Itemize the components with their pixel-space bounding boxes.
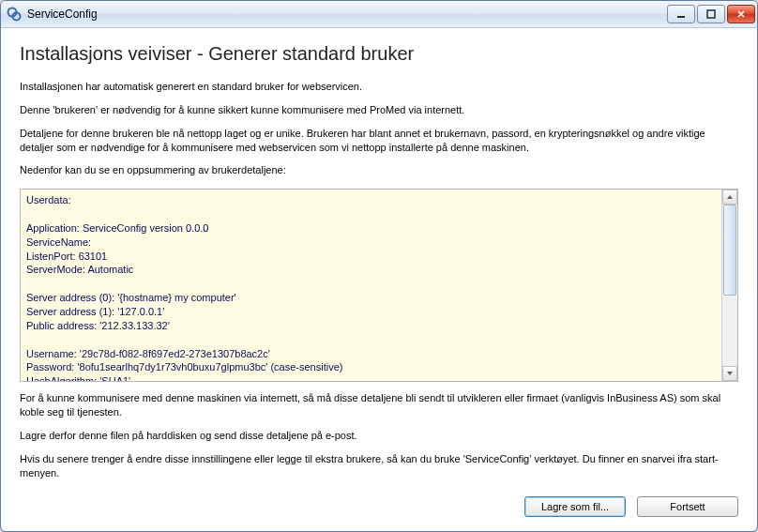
- svg-marker-7: [727, 372, 733, 375]
- svg-rect-2: [677, 16, 685, 18]
- titlebar[interactable]: ServiceConfig: [1, 1, 757, 28]
- close-icon: [736, 9, 746, 19]
- continue-button[interactable]: Fortsett: [637, 496, 738, 517]
- page-title: Installasjons veiviser - Generer standar…: [20, 43, 738, 65]
- scroll-down-button[interactable]: [722, 366, 737, 381]
- svg-rect-3: [707, 10, 715, 18]
- details-publicaddress: Public address: '212.33.133.32': [26, 319, 717, 333]
- details-username: Username: '29c78d-f082-8f697ed2-273e1307…: [26, 347, 717, 361]
- details-serveraddress0: Server address (0): '{hostname} my compu…: [26, 291, 717, 305]
- chevron-up-icon: [726, 193, 734, 201]
- chevron-down-icon: [726, 370, 734, 377]
- save-as-file-button[interactable]: Lagre som fil...: [524, 496, 626, 517]
- svg-marker-6: [727, 195, 733, 199]
- window-title: ServiceConfig: [27, 8, 667, 21]
- user-details-panel: Userdata: Application: ServiceConfig ver…: [20, 189, 738, 382]
- details-listenport: ListenPort: 63101: [26, 250, 717, 264]
- intro-paragraph-1: Installasjonen har automatisk generert e…: [20, 80, 738, 94]
- app-icon: [7, 7, 22, 22]
- intro-paragraph-4: Nedenfor kan du se en oppsummering av br…: [20, 163, 738, 177]
- scrollbar[interactable]: [721, 190, 737, 381]
- intro-paragraph-2: Denne 'brukeren' er nødvendig for å kunn…: [20, 103, 738, 117]
- details-application: Application: ServiceConfig version 0.0.0: [26, 221, 717, 236]
- scroll-up-button[interactable]: [722, 190, 737, 205]
- details-servicename: ServiceName:: [26, 236, 717, 250]
- maximize-button[interactable]: [697, 5, 725, 23]
- details-servermode: ServerMode: Automatic: [26, 263, 717, 277]
- close-button[interactable]: [727, 5, 755, 23]
- intro-paragraph-3: Detaljene for denne brukeren ble nå nett…: [20, 127, 738, 155]
- scrollbar-track[interactable]: [722, 205, 737, 366]
- outro-paragraph-1: For å kunne kommunisere med denne maskin…: [20, 391, 738, 419]
- minimize-button[interactable]: [667, 5, 695, 23]
- details-hashalgorithm: HashAlgorithm: 'SHA1': [26, 374, 717, 381]
- user-details-text[interactable]: Userdata: Application: ServiceConfig ver…: [21, 190, 722, 381]
- window-controls: [667, 5, 755, 23]
- content-area: Installasjons veiviser - Generer standar…: [1, 28, 757, 531]
- outro-paragraph-2: Lagre derfor denne filen på harddisken o…: [20, 429, 738, 443]
- maximize-icon: [706, 9, 716, 19]
- scrollbar-thumb[interactable]: [723, 205, 736, 296]
- details-password: Password: '8ofu1searlhq7dy1r73vh0buxu7gl…: [26, 360, 717, 374]
- details-header: Userdata:: [26, 193, 717, 207]
- app-window: ServiceConfig Installasjons veiviser - G…: [0, 0, 758, 532]
- outro-paragraph-3: Hvis du senere trenger å endre disse inn…: [20, 452, 738, 480]
- minimize-icon: [676, 9, 686, 19]
- button-bar: Lagre som fil... Fortsett: [20, 489, 738, 517]
- details-serveraddress1: Server address (1): '127.0.0.1': [26, 305, 717, 319]
